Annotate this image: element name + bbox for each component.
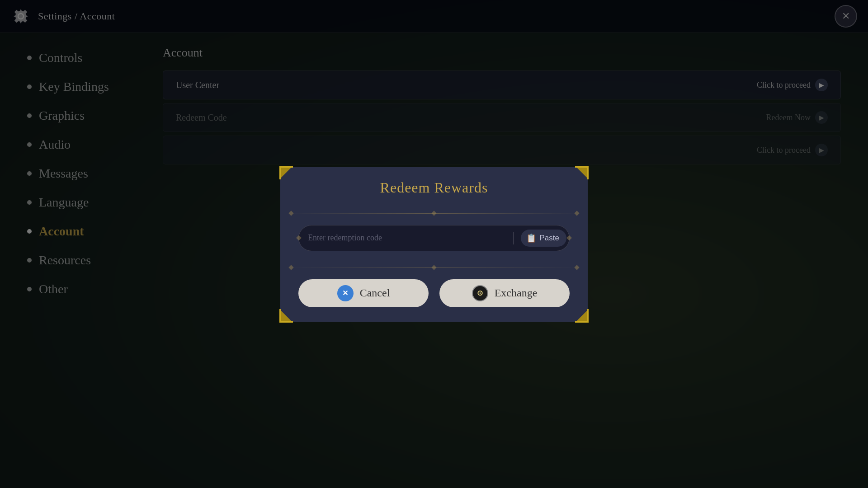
redeem-modal: Redeem Rewards 📋 Paste: [280, 167, 588, 322]
paste-icon: 📋: [526, 233, 536, 243]
input-divider: [513, 232, 514, 244]
exchange-icon: ⊙: [472, 285, 488, 301]
modal-buttons: ✕ Cancel ⊙ Exchange: [280, 279, 588, 307]
corner-br-decoration: [575, 309, 589, 323]
paste-label: Paste: [540, 234, 559, 243]
redemption-input-wrap: 📋 Paste: [298, 225, 570, 251]
redemption-code-input[interactable]: [308, 233, 513, 243]
cancel-label: Cancel: [360, 287, 390, 299]
cancel-button[interactable]: ✕ Cancel: [298, 279, 429, 307]
svg-marker-4: [575, 166, 589, 179]
svg-marker-7: [279, 309, 293, 323]
svg-rect-6: [587, 166, 589, 179]
modal-overlay: Redeem Rewards 📋 Paste: [0, 0, 868, 488]
corner-tl-decoration: [279, 166, 293, 179]
svg-rect-11: [575, 321, 589, 323]
input-deco-left: [296, 235, 302, 241]
exchange-button[interactable]: ⊙ Exchange: [439, 279, 570, 307]
svg-rect-9: [279, 309, 281, 323]
corner-bl-decoration: [279, 309, 293, 323]
exchange-label: Exchange: [495, 287, 538, 299]
svg-marker-1: [279, 166, 293, 179]
svg-rect-5: [575, 166, 589, 168]
svg-rect-3: [279, 166, 281, 179]
svg-rect-12: [587, 309, 589, 323]
modal-top-deco: [289, 211, 579, 216]
modal-title: Redeem Rewards: [280, 167, 588, 211]
svg-rect-2: [279, 166, 293, 168]
svg-rect-8: [279, 321, 293, 323]
modal-bottom-deco: [289, 265, 579, 270]
svg-marker-10: [575, 309, 589, 323]
corner-tr-decoration: [575, 166, 589, 179]
input-deco-right: [566, 235, 572, 241]
cancel-icon: ✕: [337, 285, 354, 301]
paste-button[interactable]: 📋 Paste: [521, 230, 566, 247]
